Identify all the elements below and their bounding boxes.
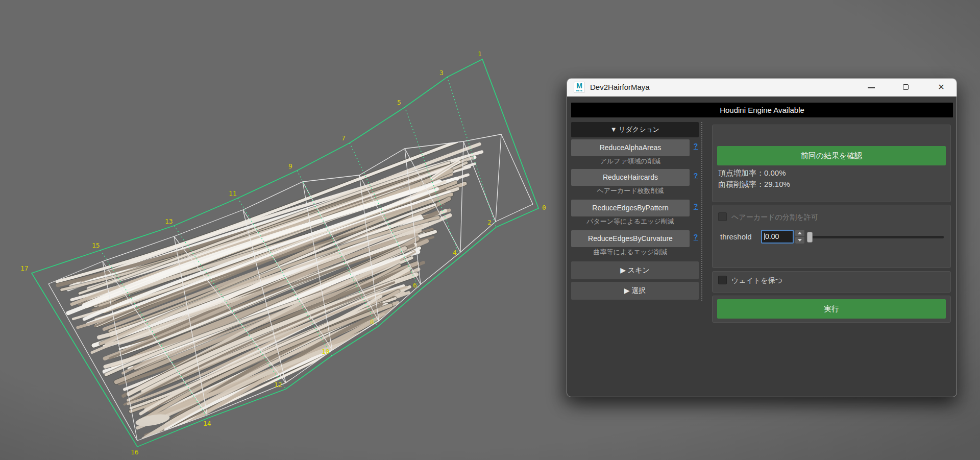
svg-text:7: 7 — [341, 134, 346, 142]
reduce-haircards-caption: ヘアーカード枚数削減 — [571, 186, 690, 196]
check-previous-result-button[interactable]: 前回の結果を確認 — [717, 146, 946, 165]
spin-up-icon — [798, 232, 802, 234]
svg-text:4: 4 — [453, 249, 457, 256]
threshold-label: threshold — [720, 232, 752, 241]
threshold-increment-button[interactable] — [795, 230, 804, 236]
svg-text:2: 2 — [487, 219, 492, 226]
svg-text:17: 17 — [20, 264, 29, 272]
reduce-edges-by-pattern-button[interactable]: ReduceEdgesByPattern — [571, 200, 690, 216]
threshold-decrement-button[interactable] — [795, 237, 804, 244]
reduce-haircards-button[interactable]: ReduceHaircards — [571, 169, 690, 186]
reduce-edges-by-pattern-caption: パターン等によるエッジ削減 — [571, 216, 690, 227]
column-divider — [701, 122, 702, 301]
reduce-edges-by-curvature-caption: 曲率等によるエッジ削減 — [571, 247, 690, 257]
keep-weights-label: ウェイトを保つ — [731, 276, 782, 285]
reduction-section-header[interactable]: ▼ リダクション — [571, 122, 699, 137]
svg-text:1: 1 — [478, 50, 482, 58]
svg-text:11: 11 — [229, 189, 237, 197]
maximize-button[interactable] — [894, 79, 918, 96]
allow-split-label: ヘアーカードの分割を許可 — [731, 213, 818, 222]
svg-text:5: 5 — [397, 99, 401, 106]
area-reduction-stat: 面積削減率：29.10% — [718, 180, 790, 189]
skin-section-header[interactable]: ▶ スキン — [571, 261, 699, 279]
svg-text:0: 0 — [542, 204, 546, 211]
minimize-button[interactable] — [860, 79, 883, 96]
svg-text:14: 14 — [203, 420, 211, 427]
svg-text:13: 13 — [165, 217, 173, 225]
dev2hair-window: M MAYA Dev2HairforMaya ✕ Houdini Engine … — [567, 78, 957, 397]
svg-text:3: 3 — [439, 69, 444, 77]
threshold-slider-handle[interactable] — [807, 232, 813, 243]
svg-text:6: 6 — [413, 281, 417, 289]
window-title: Dev2HairforMaya — [590, 83, 650, 91]
threshold-input[interactable]: 0.00 — [761, 230, 794, 244]
vertex-increase-stat: 頂点増加率：0.00% — [718, 168, 786, 178]
select-section-header[interactable]: ▶ 選択 — [571, 282, 699, 300]
close-button[interactable]: ✕ — [929, 79, 953, 96]
minimize-icon — [868, 87, 875, 88]
reduce-alpha-areas-caption: アルファ領域の削減 — [571, 156, 690, 166]
svg-text:9: 9 — [288, 162, 292, 170]
execute-button[interactable]: 実行 — [717, 299, 946, 319]
reduce-alpha-areas-help-link[interactable]: ? — [692, 142, 700, 153]
houdini-status-banner: Houdini Engine Available — [571, 103, 953, 117]
reduce-alpha-areas-button[interactable]: ReduceAlphaAreas — [571, 139, 690, 156]
svg-text:15: 15 — [92, 241, 100, 249]
svg-text:12: 12 — [274, 381, 282, 389]
reduce-edges-by-curvature-help-link[interactable]: ? — [692, 233, 700, 244]
spin-down-icon — [798, 239, 802, 241]
close-icon: ✕ — [938, 83, 944, 91]
svg-text:16: 16 — [131, 448, 139, 456]
keep-weights-checkbox[interactable] — [718, 276, 727, 284]
threshold-slider-track[interactable] — [807, 236, 944, 238]
allow-split-checkbox — [718, 212, 727, 221]
window-titlebar[interactable]: M MAYA Dev2HairforMaya ✕ — [567, 79, 957, 96]
maya-logo-icon: M MAYA — [574, 82, 585, 93]
text-caret — [764, 233, 765, 240]
svg-text:10: 10 — [322, 348, 330, 355]
reduce-haircards-help-link[interactable]: ? — [692, 172, 700, 183]
reduce-edges-by-curvature-button[interactable]: ReduceEdgesByCurvature — [571, 230, 690, 247]
maximize-icon — [903, 84, 909, 90]
svg-text:8: 8 — [370, 318, 374, 326]
reduce-edges-by-pattern-help-link[interactable]: ? — [692, 202, 700, 213]
